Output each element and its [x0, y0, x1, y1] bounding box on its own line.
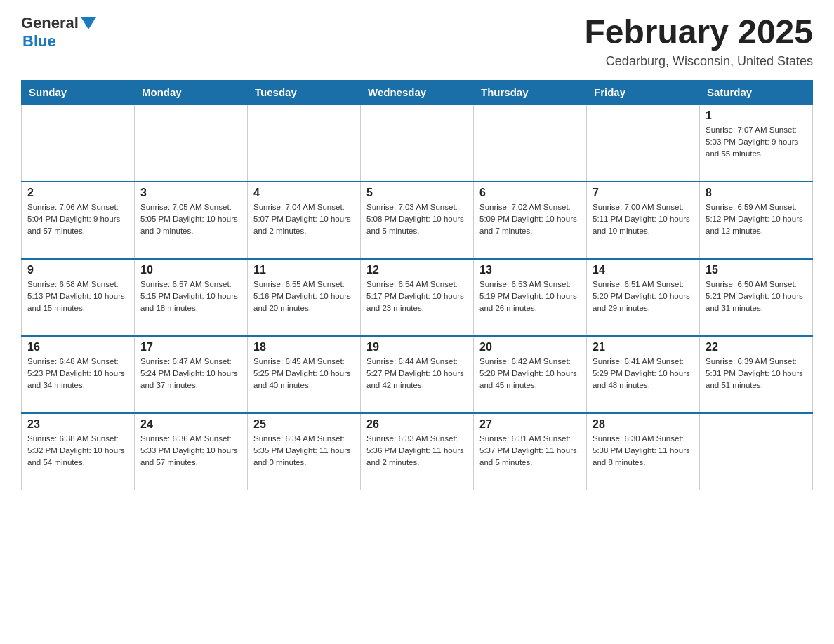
day-number: 19	[366, 341, 468, 354]
day-info: Sunrise: 6:57 AM Sunset: 5:15 PM Dayligh…	[140, 279, 241, 315]
calendar-cell: 9Sunrise: 6:58 AM Sunset: 5:13 PM Daylig…	[22, 259, 135, 336]
calendar-day-header-sunday: Sunday	[22, 80, 135, 105]
day-info: Sunrise: 6:38 AM Sunset: 5:32 PM Dayligh…	[27, 433, 128, 469]
day-info: Sunrise: 6:59 AM Sunset: 5:12 PM Dayligh…	[706, 201, 807, 238]
day-number: 10	[140, 264, 241, 276]
day-info: Sunrise: 6:50 AM Sunset: 5:21 PM Dayligh…	[706, 279, 807, 315]
day-number: 3	[140, 187, 241, 199]
svg-marker-0	[81, 17, 96, 29]
day-number: 15	[706, 264, 807, 276]
calendar-day-header-friday: Friday	[587, 80, 700, 105]
calendar-cell: 28Sunrise: 6:30 AM Sunset: 5:38 PM Dayli…	[587, 413, 700, 490]
day-info: Sunrise: 6:55 AM Sunset: 5:16 PM Dayligh…	[253, 279, 355, 315]
day-info: Sunrise: 6:44 AM Sunset: 5:27 PM Dayligh…	[366, 356, 468, 392]
calendar-cell	[700, 413, 813, 490]
calendar-cell: 13Sunrise: 6:53 AM Sunset: 5:19 PM Dayli…	[474, 259, 587, 336]
calendar-cell: 23Sunrise: 6:38 AM Sunset: 5:32 PM Dayli…	[22, 413, 135, 490]
calendar-cell	[474, 105, 587, 182]
day-info: Sunrise: 6:53 AM Sunset: 5:19 PM Dayligh…	[479, 279, 581, 315]
day-number: 12	[366, 264, 468, 276]
day-info: Sunrise: 7:05 AM Sunset: 5:05 PM Dayligh…	[140, 201, 241, 238]
calendar-cell: 27Sunrise: 6:31 AM Sunset: 5:37 PM Dayli…	[474, 413, 587, 490]
day-info: Sunrise: 6:31 AM Sunset: 5:37 PM Dayligh…	[479, 433, 581, 469]
logo-general-text: General	[21, 14, 79, 32]
day-info: Sunrise: 6:42 AM Sunset: 5:28 PM Dayligh…	[479, 356, 581, 392]
day-info: Sunrise: 6:36 AM Sunset: 5:33 PM Dayligh…	[140, 433, 241, 469]
calendar-cell	[587, 105, 700, 182]
calendar-cell: 22Sunrise: 6:39 AM Sunset: 5:31 PM Dayli…	[700, 336, 813, 413]
calendar-cell: 25Sunrise: 6:34 AM Sunset: 5:35 PM Dayli…	[248, 413, 361, 490]
page-header: General Blue February 2025 Cedarburg, Wi…	[21, 14, 813, 69]
calendar-week-row-3: 9Sunrise: 6:58 AM Sunset: 5:13 PM Daylig…	[22, 259, 813, 336]
calendar-day-header-monday: Monday	[135, 80, 248, 105]
day-info: Sunrise: 6:58 AM Sunset: 5:13 PM Dayligh…	[27, 279, 128, 315]
day-info: Sunrise: 6:41 AM Sunset: 5:29 PM Dayligh…	[593, 356, 694, 392]
calendar-header-row: SundayMondayTuesdayWednesdayThursdayFrid…	[22, 80, 813, 105]
day-number: 18	[253, 341, 355, 354]
day-number: 21	[593, 341, 694, 354]
calendar-cell: 8Sunrise: 6:59 AM Sunset: 5:12 PM Daylig…	[700, 182, 813, 259]
day-number: 14	[593, 264, 694, 276]
calendar-cell: 3Sunrise: 7:05 AM Sunset: 5:05 PM Daylig…	[135, 182, 248, 259]
day-info: Sunrise: 6:39 AM Sunset: 5:31 PM Dayligh…	[706, 356, 807, 392]
day-info: Sunrise: 7:06 AM Sunset: 5:04 PM Dayligh…	[27, 201, 128, 238]
calendar-cell: 10Sunrise: 6:57 AM Sunset: 5:15 PM Dayli…	[135, 259, 248, 336]
calendar-cell: 1Sunrise: 7:07 AM Sunset: 5:03 PM Daylig…	[700, 105, 813, 182]
day-info: Sunrise: 7:02 AM Sunset: 5:09 PM Dayligh…	[479, 201, 581, 238]
day-number: 4	[253, 187, 355, 199]
calendar-cell: 15Sunrise: 6:50 AM Sunset: 5:21 PM Dayli…	[700, 259, 813, 336]
calendar-cell: 12Sunrise: 6:54 AM Sunset: 5:17 PM Dayli…	[361, 259, 474, 336]
day-number: 7	[593, 187, 694, 199]
calendar-cell: 2Sunrise: 7:06 AM Sunset: 5:04 PM Daylig…	[22, 182, 135, 259]
calendar-day-header-tuesday: Tuesday	[248, 80, 361, 105]
day-number: 9	[27, 264, 128, 276]
day-info: Sunrise: 6:30 AM Sunset: 5:38 PM Dayligh…	[593, 433, 694, 469]
day-info: Sunrise: 6:48 AM Sunset: 5:23 PM Dayligh…	[27, 356, 128, 392]
day-info: Sunrise: 7:00 AM Sunset: 5:11 PM Dayligh…	[593, 201, 694, 238]
day-number: 22	[706, 341, 807, 354]
calendar-day-header-saturday: Saturday	[700, 80, 813, 105]
calendar-cell: 4Sunrise: 7:04 AM Sunset: 5:07 PM Daylig…	[248, 182, 361, 259]
day-number: 27	[479, 418, 581, 431]
calendar-cell: 14Sunrise: 6:51 AM Sunset: 5:20 PM Dayli…	[587, 259, 700, 336]
day-info: Sunrise: 7:03 AM Sunset: 5:08 PM Dayligh…	[366, 201, 468, 238]
calendar-day-header-thursday: Thursday	[474, 80, 587, 105]
day-info: Sunrise: 6:54 AM Sunset: 5:17 PM Dayligh…	[366, 279, 468, 315]
day-number: 24	[140, 418, 241, 431]
day-number: 5	[366, 187, 468, 199]
calendar-cell	[135, 105, 248, 182]
day-info: Sunrise: 6:45 AM Sunset: 5:25 PM Dayligh…	[253, 356, 355, 392]
day-number: 11	[253, 264, 355, 276]
day-number: 13	[479, 264, 581, 276]
calendar-cell: 20Sunrise: 6:42 AM Sunset: 5:28 PM Dayli…	[474, 336, 587, 413]
day-number: 23	[27, 418, 128, 431]
title-section: February 2025 Cedarburg, Wisconsin, Unit…	[584, 14, 813, 69]
calendar-cell: 11Sunrise: 6:55 AM Sunset: 5:16 PM Dayli…	[248, 259, 361, 336]
calendar-cell: 17Sunrise: 6:47 AM Sunset: 5:24 PM Dayli…	[135, 336, 248, 413]
day-number: 20	[479, 341, 581, 354]
calendar-day-header-wednesday: Wednesday	[361, 80, 474, 105]
calendar-cell: 18Sunrise: 6:45 AM Sunset: 5:25 PM Dayli…	[248, 336, 361, 413]
calendar-cell: 24Sunrise: 6:36 AM Sunset: 5:33 PM Dayli…	[135, 413, 248, 490]
logo: General Blue	[21, 14, 96, 51]
location-label: Cedarburg, Wisconsin, United States	[584, 54, 813, 69]
calendar-cell: 26Sunrise: 6:33 AM Sunset: 5:36 PM Dayli…	[361, 413, 474, 490]
calendar-cell	[22, 105, 135, 182]
day-number: 17	[140, 341, 241, 354]
day-number: 16	[27, 341, 128, 354]
day-number: 28	[593, 418, 694, 431]
day-number: 8	[706, 187, 807, 199]
day-number: 2	[27, 187, 128, 199]
calendar-cell: 6Sunrise: 7:02 AM Sunset: 5:09 PM Daylig…	[474, 182, 587, 259]
calendar-cell: 7Sunrise: 7:00 AM Sunset: 5:11 PM Daylig…	[587, 182, 700, 259]
day-info: Sunrise: 6:33 AM Sunset: 5:36 PM Dayligh…	[366, 433, 468, 469]
day-number: 25	[253, 418, 355, 431]
logo-triangle-icon	[81, 17, 96, 31]
calendar-table: SundayMondayTuesdayWednesdayThursdayFrid…	[21, 80, 813, 491]
calendar-cell: 21Sunrise: 6:41 AM Sunset: 5:29 PM Dayli…	[587, 336, 700, 413]
day-info: Sunrise: 6:47 AM Sunset: 5:24 PM Dayligh…	[140, 356, 241, 392]
day-info: Sunrise: 7:04 AM Sunset: 5:07 PM Dayligh…	[253, 201, 355, 238]
calendar-cell: 16Sunrise: 6:48 AM Sunset: 5:23 PM Dayli…	[22, 336, 135, 413]
calendar-week-row-5: 23Sunrise: 6:38 AM Sunset: 5:32 PM Dayli…	[22, 413, 813, 490]
month-title: February 2025	[584, 14, 813, 51]
